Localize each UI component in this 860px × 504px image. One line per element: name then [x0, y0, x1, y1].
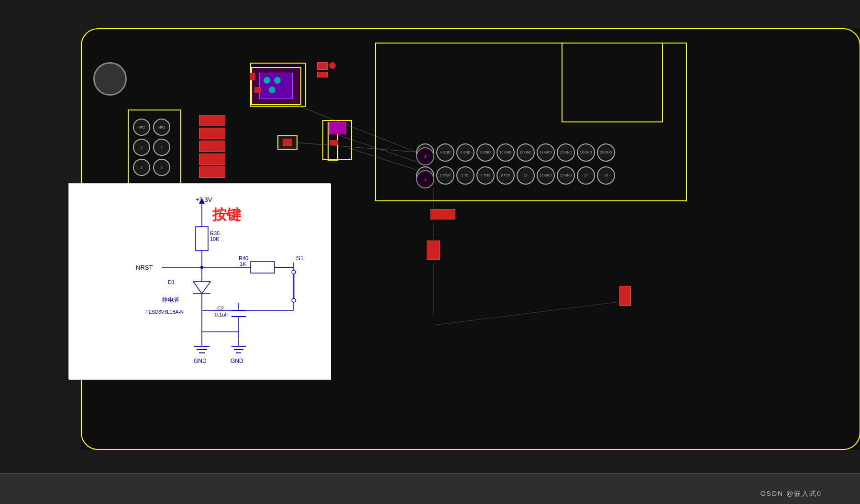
- small-comp-mid-2: [427, 241, 440, 260]
- magenta-pad-right-2: 2: [416, 147, 434, 165]
- small-comp-right: [619, 286, 631, 306]
- pad-top-16_GND: 16 GND: [557, 143, 575, 162]
- conn-item-3: [199, 141, 225, 152]
- pad-top-8_GND: 8 GND: [476, 143, 495, 162]
- pad-bot-13_GND: 13 GND: [537, 166, 555, 185]
- pad-top-20_GND: 20 GND: [597, 143, 615, 162]
- svg-text:按键: 按键: [212, 207, 242, 222]
- pad-bot-7_TMS: 7 TMS: [476, 166, 495, 185]
- left-red-connectors: [199, 115, 225, 178]
- svg-text:NRST: NRST: [136, 264, 153, 271]
- pad-row-bottom: 1 3.3V3 TRST5 TDI7 TMS9 TCK1113 GND15 GN…: [416, 166, 615, 185]
- schematic-svg: 按键 +3.3V R35 10K R40 1K NRST D1: [69, 184, 331, 380]
- svg-text:GND: GND: [231, 358, 243, 364]
- watermark-text: OSDN @嵌入式0: [761, 490, 822, 497]
- pad-bot-17: 17: [577, 166, 595, 185]
- svg-text:S1: S1: [296, 254, 304, 262]
- magenta-component-1: [329, 122, 346, 134]
- svg-text:1K: 1K: [240, 261, 246, 267]
- pad-top-14_GND: 14 GND: [537, 143, 555, 162]
- magenta-pad-right: 1: [416, 170, 434, 188]
- svg-text:R40: R40: [239, 255, 248, 261]
- pad-bot-11: 11: [517, 166, 535, 185]
- pad-row-top: 2 3.3V4 GND6 GND8 GND10 GND12 GND14 GND1…: [416, 143, 615, 162]
- pad-top-6_GND: 6 GND: [456, 143, 474, 162]
- tab-bar: [0, 473, 860, 504]
- left-connector-group: HP2 HP2 3 4 5 6: [133, 119, 170, 176]
- svg-text:GND: GND: [194, 358, 207, 364]
- svg-text:PESD3V3L1BA-N: PESD3V3L1BA-N: [145, 309, 184, 315]
- pad-bot-19: 19: [597, 166, 615, 185]
- mounting-hole: [93, 62, 127, 96]
- pad-top-4_GND: 4 GND: [436, 143, 454, 162]
- small-component-center: [277, 135, 298, 150]
- svg-text:R35: R35: [210, 230, 220, 236]
- ic-main-component: [251, 67, 301, 105]
- svg-text:静电管: 静电管: [162, 296, 179, 303]
- conn-item-1: [199, 115, 225, 126]
- conn-item-4: [199, 153, 225, 165]
- svg-text:0.1uF: 0.1uF: [215, 312, 228, 318]
- pad-top-10_GND: 10 GND: [496, 143, 515, 162]
- pad-bot-15_GND: 15 GND: [557, 166, 575, 185]
- svg-text:D1: D1: [168, 279, 175, 285]
- conn-item-5: [199, 166, 225, 178]
- pad-top-18_GND: 18 GND: [577, 143, 595, 162]
- svg-text:10K: 10K: [210, 236, 220, 242]
- pad-top-12_GND: 12 GND: [517, 143, 535, 162]
- schematic-popup[interactable]: 按键 +3.3V R35 10K R40 1K NRST D1: [68, 183, 331, 379]
- small-comp-mid-1: [430, 209, 455, 219]
- pad-bot-9_TCK: 9 TCK: [496, 166, 515, 185]
- conn-item-2: [199, 128, 225, 139]
- watermark: OSDN @嵌入式0: [761, 490, 822, 498]
- ic-inner: [259, 73, 293, 99]
- pad-bot-5_TDI: 5 TDI: [456, 166, 474, 185]
- pad-bot-3_TRST: 3 TRST: [436, 166, 454, 185]
- ic-right-pads: [317, 62, 336, 77]
